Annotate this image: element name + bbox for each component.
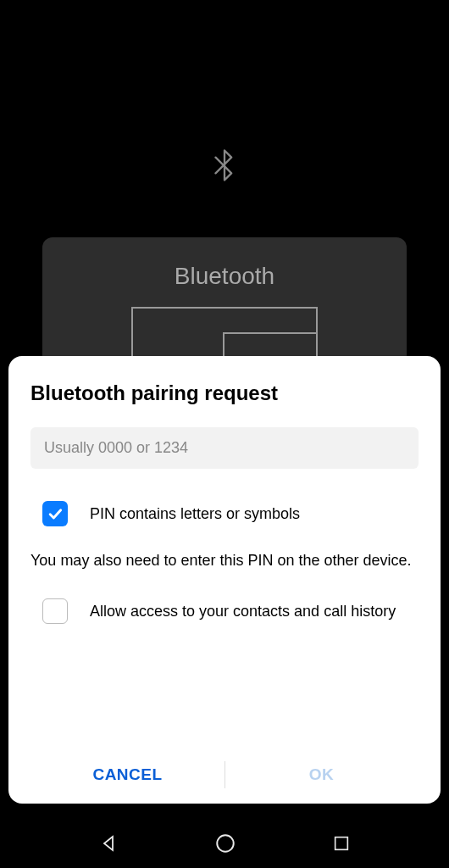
contacts-checkbox-row[interactable]: Allow access to your contacts and call h… [30,598,419,624]
home-button[interactable] [214,832,236,854]
bluetooth-card-title: Bluetooth [59,263,390,290]
pairing-dialog: Bluetooth pairing request PIN contains l… [8,356,441,804]
square-recent-icon [332,834,351,853]
back-button[interactable] [98,833,119,854]
contacts-checkbox-label: Allow access to your contacts and call h… [90,601,396,621]
contacts-checkbox[interactable] [42,598,68,624]
pin-hint: You may also need to enter this PIN on t… [30,550,419,571]
pin-input[interactable] [30,427,419,469]
svg-point-0 [217,835,234,852]
ok-button[interactable]: OK [224,746,419,804]
dialog-title: Bluetooth pairing request [30,381,419,405]
dialog-actions: CANCEL OK [30,746,419,804]
navigation-bar [0,819,449,868]
recent-button[interactable] [332,834,351,853]
checkmark-icon [47,505,64,522]
letters-checkbox-label: PIN contains letters or symbols [90,504,300,524]
letters-checkbox[interactable] [42,501,68,526]
cancel-button[interactable]: CANCEL [30,746,224,804]
triangle-back-icon [98,833,119,854]
letters-checkbox-row[interactable]: PIN contains letters or symbols [30,501,419,526]
circle-home-icon [214,832,236,854]
svg-rect-1 [335,837,347,850]
bluetooth-icon [213,148,236,186]
actions-divider [224,761,225,788]
